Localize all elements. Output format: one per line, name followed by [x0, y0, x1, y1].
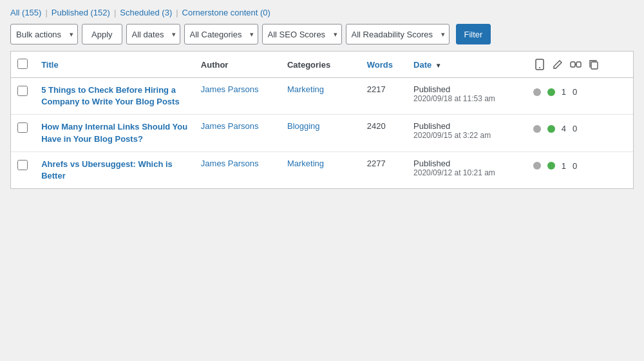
- th-icons-row: [533, 58, 627, 71]
- category-link[interactable]: Marketing: [287, 84, 324, 94]
- row-title-cell: How Many Internal Links Should You Have …: [35, 115, 194, 151]
- post-title-link[interactable]: Ahrefs vs Ubersuggest: Which is Better: [41, 159, 173, 180]
- row-checkbox-cell: [11, 78, 35, 115]
- category-link[interactable]: Blogging: [287, 121, 320, 131]
- post-title-link[interactable]: 5 Things to Check Before Hiring a Compan…: [41, 85, 180, 106]
- row-date-cell: Published 2020/09/12 at 10:21 am: [407, 151, 527, 188]
- sep2: |: [114, 8, 116, 17]
- th-checkbox: [11, 52, 35, 78]
- date-status: Published: [413, 159, 520, 168]
- svg-rect-5: [591, 62, 598, 69]
- th-date-link[interactable]: Date ▼: [413, 60, 442, 70]
- row-date-cell: Published 2020/09/18 at 11:53 am: [407, 78, 527, 115]
- seo-scores-select-wrap: All SEO Scores: [262, 24, 342, 44]
- categories-select[interactable]: All Categories: [184, 24, 258, 44]
- row-icons-cell: 1 0: [527, 151, 633, 188]
- filter-tabs: All (155) | Published (152) | Scheduled …: [10, 8, 634, 17]
- readability-dot: [547, 88, 555, 96]
- category-link[interactable]: Marketing: [287, 159, 324, 168]
- th-title-link[interactable]: Title: [41, 60, 59, 70]
- seo-scores-select[interactable]: All SEO Scores: [262, 24, 342, 44]
- date-status: Published: [413, 84, 520, 94]
- sep3: |: [176, 8, 178, 17]
- filter-button[interactable]: Filter: [456, 24, 491, 44]
- th-words-link[interactable]: Words: [367, 60, 393, 70]
- date-value: 2020/09/15 at 3:22 am: [413, 131, 520, 140]
- readability-select-wrap: All Readability Scores: [346, 24, 450, 44]
- date-value: 2020/09/12 at 10:21 am: [413, 168, 520, 177]
- row-category-cell: Marketing: [281, 151, 361, 188]
- row-author-cell: James Parsons: [194, 78, 281, 115]
- row-words-cell: 2420: [361, 115, 407, 151]
- row-author-cell: James Parsons: [194, 115, 281, 151]
- seo-score-dot: [533, 125, 541, 133]
- th-title: Title: [35, 52, 194, 78]
- table-row: 5 Things to Check Before Hiring a Compan…: [11, 78, 633, 115]
- tab-all[interactable]: All (155): [10, 8, 41, 17]
- th-categories: Categories: [281, 52, 361, 78]
- svg-point-1: [539, 67, 540, 68]
- secondary-count: 0: [573, 87, 577, 97]
- link-count: 4: [562, 124, 566, 133]
- posts-table: Title Author Categories Words Date ▼: [11, 52, 633, 188]
- icon-row: 1 0: [533, 87, 627, 97]
- date-value: 2020/09/18 at 11:53 am: [413, 94, 520, 103]
- sort-arrow: ▼: [435, 62, 442, 69]
- th-date: Date ▼: [407, 52, 527, 78]
- pen-icon: [551, 58, 564, 71]
- date-status: Published: [413, 121, 520, 131]
- row-author-cell: James Parsons: [194, 151, 281, 188]
- icon-row: 1 0: [533, 161, 627, 171]
- bulk-actions-select[interactable]: Bulk actions: [10, 24, 78, 44]
- copy-icon: [587, 58, 600, 71]
- row-checkbox[interactable]: [17, 160, 28, 170]
- posts-table-wrap: Title Author Categories Words Date ▼: [10, 51, 634, 189]
- row-words-cell: 2277: [361, 151, 407, 188]
- row-title-cell: 5 Things to Check Before Hiring a Compan…: [35, 78, 194, 115]
- dates-select-wrap: All dates: [126, 24, 180, 44]
- post-title-link[interactable]: How Many Internal Links Should You Have …: [41, 122, 187, 143]
- tab-cornerstone[interactable]: Cornerstone content (0): [182, 8, 270, 17]
- row-date-cell: Published 2020/09/15 at 3:22 am: [407, 115, 527, 151]
- readability-dot: [547, 162, 555, 170]
- row-title-cell: Ahrefs vs Ubersuggest: Which is Better: [35, 151, 194, 188]
- row-checkbox-cell: [11, 151, 35, 188]
- toolbar: Bulk actions Apply All dates All Categor…: [10, 24, 634, 44]
- row-checkbox[interactable]: [17, 86, 28, 96]
- secondary-count: 0: [573, 161, 577, 171]
- row-icons-cell: 4 0: [527, 115, 633, 151]
- author-link[interactable]: James Parsons: [201, 84, 259, 94]
- row-words-cell: 2217: [361, 78, 407, 115]
- author-link[interactable]: James Parsons: [201, 159, 259, 168]
- mobile-icon: [533, 58, 546, 71]
- icon-row: 4 0: [533, 124, 627, 133]
- row-checkbox[interactable]: [17, 122, 28, 133]
- svg-rect-3: [576, 62, 581, 67]
- row-category-cell: Marketing: [281, 78, 361, 115]
- table-row: How Many Internal Links Should You Have …: [11, 115, 633, 151]
- bulk-actions-select-wrap: Bulk actions: [10, 24, 78, 44]
- author-link[interactable]: James Parsons: [201, 121, 259, 131]
- select-all-checkbox[interactable]: [17, 59, 28, 69]
- row-icons-cell: 1 0: [527, 78, 633, 115]
- th-author: Author: [194, 52, 281, 78]
- readability-dot: [547, 125, 555, 133]
- link-count: 1: [562, 87, 566, 97]
- seo-score-dot: [533, 162, 541, 170]
- row-category-cell: Blogging: [281, 115, 361, 151]
- apply-button[interactable]: Apply: [82, 24, 122, 44]
- tab-scheduled[interactable]: Scheduled (3): [120, 8, 172, 17]
- th-action-icons: [527, 52, 633, 78]
- link-icon: [569, 58, 582, 71]
- seo-score-dot: [533, 88, 541, 96]
- table-row: Ahrefs vs Ubersuggest: Which is Better J…: [11, 151, 633, 188]
- svg-rect-2: [571, 62, 575, 67]
- readability-select[interactable]: All Readability Scores: [346, 24, 450, 44]
- secondary-count: 0: [573, 124, 577, 133]
- row-checkbox-cell: [11, 115, 35, 151]
- link-count: 1: [562, 161, 566, 171]
- sep1: |: [45, 8, 47, 17]
- dates-select[interactable]: All dates: [126, 24, 180, 44]
- categories-select-wrap: All Categories: [184, 24, 258, 44]
- tab-published[interactable]: Published (152): [52, 8, 110, 17]
